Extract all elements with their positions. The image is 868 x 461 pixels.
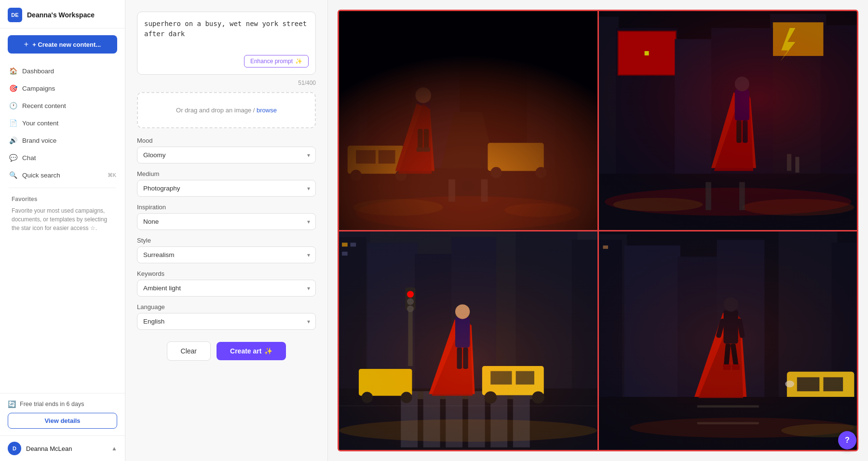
language-label: Language — [137, 303, 316, 311]
language-field-group: Language English Spanish French German — [137, 303, 316, 330]
image-grid-panel: D BILLBOARD COCA — [328, 0, 868, 461]
medium-field-group: Medium Photography Painting Digital Art … — [137, 170, 316, 197]
drop-text: Or drag and drop an image / — [176, 107, 255, 114]
form-actions: Clear Create art ✨ — [137, 341, 316, 361]
user-info: D Deanna McLean ▲ — [0, 435, 125, 461]
medium-select[interactable]: Photography Painting Digital Art Illustr… — [137, 180, 316, 197]
sidebar-item-label: Dashboard — [22, 68, 54, 75]
recent-content-icon: 🕐 — [9, 101, 17, 110]
prompt-footer: Enhance prompt ✨ — [144, 55, 309, 68]
keywords-select-wrapper: Ambient light Golden hour Neon Fog Rain — [137, 280, 316, 297]
medium-select-wrapper: Photography Painting Digital Art Illustr… — [137, 180, 316, 197]
sidebar: DE Deanna's Workspace + + Create new con… — [0, 0, 125, 461]
generated-image-3[interactable] — [339, 231, 597, 450]
prompt-input[interactable] — [144, 19, 309, 49]
mood-select-wrapper: Gloomy Happy Dark Vibrant Serene — [137, 147, 316, 163]
form-fields: Mood Gloomy Happy Dark Vibrant Serene Me… — [137, 137, 316, 330]
main-content: Enhance prompt ✨ 51/400 Or drag and drop… — [125, 0, 868, 461]
sidebar-footer: 🔄 Free trial ends in 6 days View details — [0, 393, 125, 435]
favorites-section: Favorites Favorite your most used campai… — [4, 192, 121, 238]
create-art-sparkle-icon: ✨ — [264, 347, 272, 355]
trial-text: Free trial ends in 6 days — [20, 401, 84, 407]
create-art-label: Create art — [230, 347, 261, 355]
sidebar-item-label: Campaigns — [22, 85, 55, 92]
avatar: D — [8, 442, 21, 455]
image-grid: D BILLBOARD COCA — [338, 10, 858, 451]
svg-rect-76 — [599, 11, 857, 230]
chat-icon: 💬 — [9, 153, 17, 162]
search-icon: 🔍 — [9, 171, 17, 179]
language-select[interactable]: English Spanish French German — [137, 313, 316, 330]
style-field-group: Style Surrealism Realism Abstract Minima… — [137, 237, 316, 263]
dashboard-icon: 🏠 — [9, 67, 17, 75]
trial-icon: 🔄 — [8, 400, 16, 408]
sidebar-item-dashboard[interactable]: 🏠 Dashboard — [4, 62, 121, 80]
plus-icon: + — [24, 40, 28, 49]
style-select[interactable]: Surrealism Realism Abstract Minimalism — [137, 246, 316, 263]
shortcut-label: ⌘K — [108, 172, 116, 178]
keywords-field-group: Keywords Ambient light Golden hour Neon … — [137, 270, 316, 297]
sidebar-item-campaigns[interactable]: 🎯 Campaigns — [4, 80, 121, 97]
language-select-wrapper: English Spanish French German — [137, 313, 316, 330]
mood-field-group: Mood Gloomy Happy Dark Vibrant Serene — [137, 137, 316, 163]
keywords-label: Keywords — [137, 270, 316, 277]
form-panel: Enhance prompt ✨ 51/400 Or drag and drop… — [125, 0, 328, 461]
inspiration-field-group: Inspiration None Cinematic Abstract Impr… — [137, 203, 316, 230]
svg-rect-160 — [599, 231, 857, 450]
chevron-up-icon: ▲ — [111, 445, 117, 452]
enhance-prompt-label: Enhance prompt — [250, 58, 293, 65]
style-label: Style — [137, 237, 316, 244]
nav-items: 🏠 Dashboard 🎯 Campaigns 🕐 Recent content… — [0, 60, 125, 393]
browse-link[interactable]: browse — [257, 107, 277, 114]
your-content-icon: 📄 — [9, 119, 17, 127]
clear-button[interactable]: Clear — [167, 341, 211, 361]
sidebar-item-label: Recent content — [22, 102, 66, 109]
help-icon: ? — [845, 436, 850, 445]
favorites-title: Favorites — [12, 196, 113, 203]
generated-image-1[interactable]: D BILLBOARD COCA — [339, 11, 597, 230]
sidebar-item-brand-voice[interactable]: 🔊 Brand voice — [4, 132, 121, 149]
enhance-prompt-button[interactable]: Enhance prompt ✨ — [244, 55, 309, 68]
svg-rect-123 — [339, 231, 597, 450]
user-name: Deanna McLean — [26, 445, 107, 452]
mood-label: Mood — [137, 137, 316, 144]
keywords-select[interactable]: Ambient light Golden hour Neon Fog Rain — [137, 280, 316, 297]
create-art-button[interactable]: Create art ✨ — [217, 342, 286, 360]
sidebar-item-recent-content[interactable]: 🕐 Recent content — [4, 97, 121, 114]
sidebar-header: DE Deanna's Workspace — [0, 0, 125, 28]
sidebar-item-label: Chat — [22, 154, 36, 162]
help-button[interactable]: ? — [838, 431, 856, 449]
sidebar-item-label: Quick search — [22, 172, 60, 179]
inspiration-select[interactable]: None Cinematic Abstract Impressionist — [137, 213, 316, 230]
campaigns-icon: 🎯 — [9, 84, 17, 93]
mood-select[interactable]: Gloomy Happy Dark Vibrant Serene — [137, 147, 316, 163]
svg-rect-48 — [339, 11, 597, 230]
sidebar-item-your-content[interactable]: 📄 Your content — [4, 114, 121, 132]
brand-voice-icon: 🔊 — [9, 136, 17, 145]
favorites-description: Favorite your most used campaigns, docum… — [12, 206, 113, 232]
create-new-content-button[interactable]: + + Create new content... — [8, 35, 117, 54]
generated-image-2[interactable]: ■ — [599, 11, 857, 230]
view-details-button[interactable]: View details — [8, 413, 117, 429]
style-select-wrapper: Surrealism Realism Abstract Minimalism — [137, 246, 316, 263]
char-count: 51/400 — [137, 80, 316, 86]
sidebar-item-chat[interactable]: 💬 Chat — [4, 149, 121, 166]
generated-image-4[interactable] — [599, 231, 857, 450]
sidebar-item-label: Brand voice — [22, 137, 56, 144]
sidebar-item-quick-search[interactable]: 🔍 Quick search ⌘K — [4, 166, 121, 184]
sparkle-icon: ✨ — [295, 58, 302, 65]
trial-info: 🔄 Free trial ends in 6 days — [8, 400, 117, 408]
workspace-name: Deanna's Workspace — [27, 11, 95, 19]
prompt-area: Enhance prompt ✨ — [137, 12, 316, 75]
sidebar-item-label: Your content — [22, 120, 58, 127]
nav-divider — [9, 188, 116, 188]
workspace-avatar: DE — [8, 8, 22, 22]
inspiration-label: Inspiration — [137, 203, 316, 211]
image-drop-zone[interactable]: Or drag and drop an image / browse — [137, 92, 316, 128]
inspiration-select-wrapper: None Cinematic Abstract Impressionist — [137, 213, 316, 230]
medium-label: Medium — [137, 170, 316, 177]
